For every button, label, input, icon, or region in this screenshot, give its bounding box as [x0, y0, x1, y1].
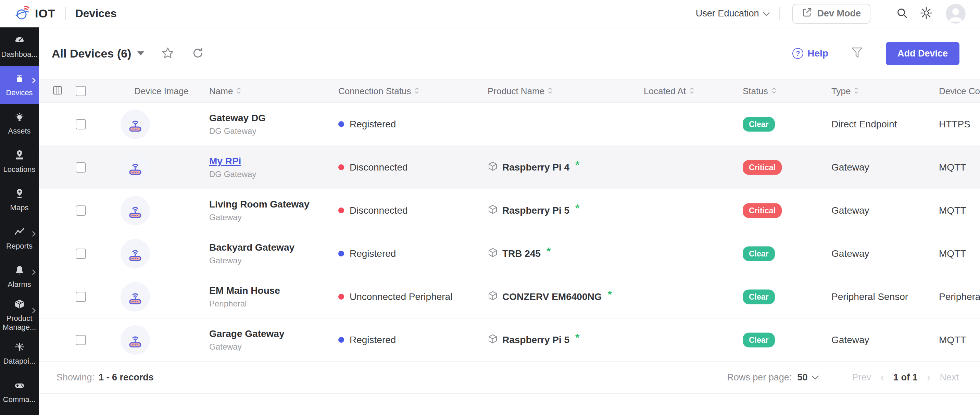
- prev-button[interactable]: Prev: [852, 372, 871, 383]
- row-checkbox[interactable]: [76, 162, 86, 173]
- device-name[interactable]: Gateway DG: [209, 113, 266, 124]
- column-settings-icon[interactable]: [52, 85, 63, 97]
- table-row[interactable]: EM Main House Peripheral Unconnected Per…: [39, 275, 980, 318]
- sidebar-item-locations[interactable]: Locations: [0, 142, 39, 181]
- row-checkbox[interactable]: [76, 205, 86, 216]
- next-button[interactable]: Next: [940, 372, 959, 383]
- product-name: Raspberry Pi 4: [502, 162, 570, 173]
- settings-button[interactable]: [920, 6, 933, 21]
- sort-icon[interactable]: [854, 86, 859, 97]
- sort-icon[interactable]: [689, 86, 694, 97]
- sidebar-item-label: Dashboa...: [2, 50, 38, 59]
- device-image: [121, 110, 150, 139]
- column-header-name[interactable]: Name: [209, 86, 242, 97]
- refresh-icon: [191, 46, 204, 60]
- device-name[interactable]: Garage Gateway: [209, 328, 284, 339]
- package-outline-icon: [488, 247, 498, 260]
- sort-icon[interactable]: [414, 86, 420, 97]
- view-selector-caret-icon[interactable]: [137, 51, 144, 56]
- type-cell: Peripheral Sensor: [831, 291, 908, 302]
- sidebar-item-alarms[interactable]: Alarms: [0, 258, 39, 296]
- table-row[interactable]: Living Room Gateway Gateway Disconnected…: [39, 189, 980, 232]
- row-checkbox[interactable]: [76, 335, 86, 345]
- device-image: [121, 282, 150, 312]
- sidebar-item-devices[interactable]: Devices: [0, 66, 39, 104]
- column-header-connection-status[interactable]: Connection Status: [338, 86, 420, 97]
- device-wifi-icon: [14, 73, 25, 85]
- chevron-right-icon: [32, 231, 36, 239]
- location-pin-icon: [14, 149, 25, 162]
- column-header-device-con[interactable]: Device Con: [939, 86, 980, 97]
- row-checkbox[interactable]: [76, 249, 86, 259]
- dev-mode-button[interactable]: Dev Mode: [792, 4, 870, 24]
- device-name-link[interactable]: My RPi: [209, 156, 256, 167]
- column-header-status[interactable]: Status: [743, 86, 776, 97]
- brand-name: IOT: [35, 7, 56, 20]
- brand-logo[interactable]: IOT: [14, 5, 56, 22]
- table-row[interactable]: Garage Gateway Gateway Registered Raspbe…: [39, 318, 980, 362]
- device-name[interactable]: EM Main House: [209, 285, 280, 296]
- rows-per-page: Rows per page: 50: [727, 372, 819, 383]
- product-asterisk: *: [575, 334, 579, 341]
- table-row[interactable]: Backyard Gateway Gateway Registered TRB …: [39, 232, 980, 275]
- question-circle-icon: ?: [792, 48, 803, 59]
- sort-icon[interactable]: [547, 86, 553, 97]
- rows-per-page-value[interactable]: 50: [797, 372, 807, 383]
- connection-status-cell: Registered: [338, 334, 396, 345]
- sidebar-item-assets[interactable]: Assets: [0, 104, 39, 142]
- sidebar-item-product-management[interactable]: Product Manage...: [0, 296, 39, 334]
- column-header-located-at[interactable]: Located At: [644, 86, 694, 97]
- rows-per-page-label: Rows per page:: [727, 372, 792, 383]
- user-avatar[interactable]: [946, 4, 966, 24]
- sidebar-item-maps[interactable]: Maps: [0, 181, 39, 219]
- filter-button[interactable]: [851, 46, 863, 60]
- header-divider: [65, 7, 66, 20]
- product-name: Raspberry Pi 5: [502, 205, 570, 216]
- gear-icon: [920, 6, 933, 21]
- dev-mode-label: Dev Mode: [817, 8, 861, 19]
- select-all-checkbox[interactable]: [76, 86, 86, 96]
- column-header-product-name[interactable]: Product Name: [488, 86, 553, 97]
- device-subtitle: Gateway: [209, 342, 284, 351]
- chevron-down-icon: [763, 8, 770, 19]
- device-image: [121, 153, 150, 182]
- sidebar-item-label: Datapoi...: [3, 357, 35, 366]
- account-selector[interactable]: User Education: [696, 8, 770, 19]
- add-device-button[interactable]: Add Device: [886, 42, 959, 65]
- table-row[interactable]: Gateway DG DG Gateway Registered Clear D…: [39, 103, 980, 146]
- sidebar-item-datapoints[interactable]: Datapoi...: [0, 334, 39, 372]
- product-name-cell: Raspberry Pi 5 *: [488, 204, 580, 217]
- connection-status-text: Disconnected: [350, 205, 408, 216]
- connection-status-text: Unconnected Peripheral: [350, 291, 452, 302]
- column-header-type[interactable]: Type: [831, 86, 859, 97]
- prev-chevron-icon[interactable]: ‹: [881, 372, 884, 383]
- device-image: [121, 239, 150, 269]
- row-checkbox[interactable]: [76, 292, 86, 302]
- sidebar-item-commands[interactable]: Comma...: [0, 372, 39, 411]
- device-name[interactable]: Living Room Gateway: [209, 199, 310, 210]
- sidebar-item-label: Alarms: [8, 280, 31, 289]
- refresh-button[interactable]: [191, 46, 204, 60]
- product-asterisk: *: [575, 204, 579, 211]
- sort-icon[interactable]: [236, 86, 242, 97]
- device-name[interactable]: Backyard Gateway: [209, 242, 294, 253]
- pagination: Prev ‹ 1 of 1 › Next: [852, 372, 959, 383]
- sort-icon[interactable]: [771, 86, 776, 97]
- product-name-cell: Raspberry Pi 4 *: [488, 161, 580, 173]
- page-indicator: 1 of 1: [893, 372, 918, 383]
- sidebar-nav: Dashboa... Devices Assets Locations Maps: [0, 27, 39, 415]
- chevron-down-icon[interactable]: [811, 375, 819, 380]
- table-row[interactable]: My RPi DG Gateway Disconnected Raspberry…: [39, 146, 980, 189]
- search-button[interactable]: [896, 7, 908, 20]
- sidebar-item-dashboard[interactable]: Dashboa...: [0, 27, 39, 66]
- help-link[interactable]: ? Help: [792, 48, 828, 59]
- favorite-button[interactable]: [161, 46, 174, 60]
- controller-icon: [14, 380, 25, 392]
- chart-line-icon: [14, 226, 25, 239]
- next-chevron-icon[interactable]: ›: [927, 372, 930, 383]
- sidebar-item-reports[interactable]: Reports: [0, 219, 39, 258]
- status-badge: Clear: [743, 332, 775, 347]
- sidebar-item-label: Product Manage...: [2, 314, 38, 332]
- type-cell: Gateway: [831, 248, 869, 259]
- row-checkbox[interactable]: [76, 119, 86, 129]
